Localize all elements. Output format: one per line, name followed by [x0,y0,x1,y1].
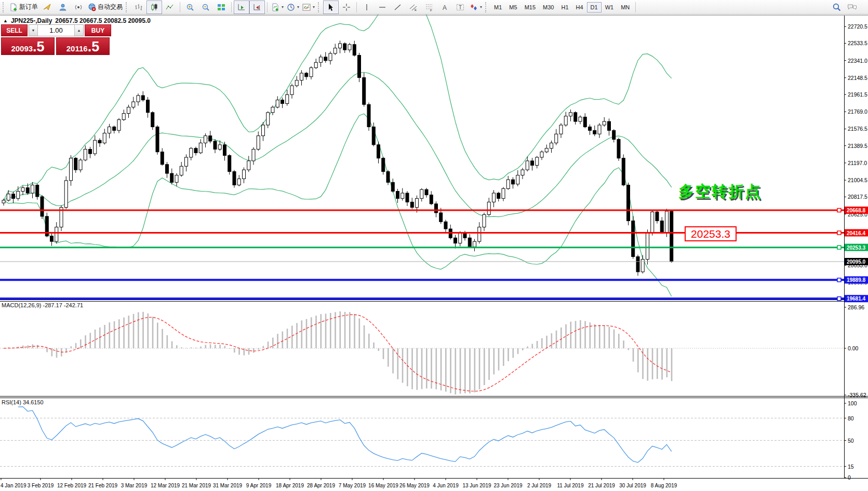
macd-histogram-bar [128,316,130,348]
search-button[interactable] [829,1,844,14]
rsi-line [18,407,672,462]
candle-body [209,136,212,141]
date-axis-label[interactable]: 26 May 2019 [399,483,430,488]
new-order-button[interactable]: 新订单 [8,1,39,14]
macd-histogram-bar [666,348,668,377]
volume-input[interactable]: 1.00 [38,25,74,36]
macd-histogram-bar [637,348,639,372]
timeframe-mn[interactable]: MN [617,2,633,12]
candle-body [444,222,447,229]
macd-histogram-bar [114,321,115,348]
chart-shift-button[interactable] [249,1,265,14]
date-axis-label[interactable]: 12 Mar 2019 [151,483,180,488]
date-axis-label[interactable]: 7 May 2019 [339,483,366,488]
vertical-line-tool-button[interactable] [359,1,375,14]
price-annotation-box[interactable]: 20253.3 [685,226,737,241]
candlestick-chart-button[interactable] [146,1,162,14]
sell-price-fraction: .5 [33,39,45,54]
cursor-tool-button[interactable] [323,1,339,14]
zoom-in-button[interactable] [182,1,198,14]
equidistant-channel-tool-button[interactable]: E [406,1,421,14]
date-axis-label[interactable]: 21 Jul 2019 [588,483,615,488]
date-axis-label[interactable]: 28 Apr 2019 [307,483,335,488]
signals-button[interactable] [71,1,86,14]
volume-decrease-button[interactable]: ▼ [29,25,38,36]
date-axis-label[interactable]: 4 Jun 2019 [433,483,459,488]
auto-scroll-button[interactable] [234,1,249,14]
macd-histogram-bar [22,346,24,348]
toolbar-grip[interactable] [126,2,129,12]
date-axis-label[interactable]: 18 Apr 2019 [276,483,304,488]
chat-button[interactable] [844,1,860,14]
date-axis-label[interactable]: 2 Jul 2019 [527,483,552,488]
toolbar-grip[interactable] [318,2,322,12]
gold-dart-button[interactable] [39,1,55,14]
trendline-tool-button[interactable] [390,1,406,14]
rsi-axis-tick: 80 [848,415,854,421]
timeframe-d1[interactable]: D1 [587,2,602,12]
candle-body [194,148,197,153]
chart-canvas[interactable]: 22720.522533.522341.022148.521961.521769… [0,0,868,491]
candle-body [314,62,317,67]
timeframe-m5[interactable]: M5 [505,2,520,12]
text-tool-button[interactable]: A [437,1,452,14]
timeframe-w1[interactable]: W1 [602,2,618,12]
price-level-marker[interactable] [837,231,841,235]
candle-body [478,227,481,242]
arrows-tool-button[interactable]: ▾ [468,1,484,14]
candle-body [459,233,462,243]
sell-price-tile[interactable]: 20093 .5 [1,37,55,55]
date-axis-label[interactable]: 3 Mar 2019 [121,483,148,488]
volume-increase-button[interactable]: ▲ [74,25,83,36]
price-level-marker[interactable] [837,297,841,301]
date-axis-label[interactable]: 13 Jun 2019 [462,483,491,488]
macd-histogram-bar [623,340,624,348]
date-axis-label[interactable]: 9 Apr 2019 [246,483,272,488]
turning-point-annotation[interactable]: 多空转折点 [678,181,762,202]
periods-button[interactable]: ▾ [285,1,301,14]
sell-button[interactable]: SELL [1,24,28,36]
macd-histogram-bar [541,338,543,348]
templates-button[interactable]: ▾ [301,1,316,14]
timeframe-h1[interactable]: H1 [557,2,572,12]
toolbar-grip[interactable] [485,2,489,12]
timeframe-h4[interactable]: H4 [572,2,587,12]
indicators-button[interactable]: ▾ [270,1,285,14]
date-axis-label[interactable]: 12 Feb 2019 [57,483,87,488]
buy-button[interactable]: BUY [85,24,111,36]
price-level-marker[interactable] [837,246,841,249]
date-axis-label[interactable]: 16 May 2019 [368,483,398,488]
date-axis-label[interactable]: 3 Feb 2019 [28,483,54,488]
buy-price-tile[interactable]: 20116 .5 [56,37,110,55]
timeframe-m30[interactable]: M30 [539,2,557,12]
macd-histogram-bar [219,345,221,348]
autotrading-label: 自动交易 [98,3,123,11]
zoom-out-button[interactable] [198,1,213,14]
bar-chart-button[interactable] [131,1,146,14]
line-chart-button[interactable] [162,1,178,14]
price-level-marker[interactable] [837,278,841,282]
tile-windows-button[interactable] [213,1,229,14]
fibonacci-tool-button[interactable]: F [421,1,437,14]
text-label-tool-button[interactable]: T [452,1,468,14]
one-click-collapse-toggle[interactable]: ▲ [3,18,8,23]
horizontal-line-tool-button[interactable] [375,1,390,14]
date-axis-label[interactable]: 30 Jul 2019 [619,483,646,488]
date-axis-label[interactable]: 11 Jul 2019 [557,483,584,488]
date-axis-label[interactable]: 4 Jan 2019 [1,483,26,488]
macd-histogram-bar [291,326,293,348]
community-button[interactable] [55,1,71,14]
price-level-marker[interactable] [837,209,841,212]
macd-histogram-bar [364,325,365,348]
date-axis-label[interactable]: 23 Jun 2019 [493,483,522,488]
autotrading-button[interactable]: 自动交易 [86,1,124,14]
timeframe-m15[interactable]: M15 [521,2,539,12]
date-axis-label[interactable]: 8 Aug 2019 [651,483,677,488]
toolbar-grip[interactable] [3,2,6,12]
crosshair-tool-button[interactable] [339,1,354,14]
date-axis-label[interactable]: 31 Mar 2019 [213,483,243,488]
chat-icon [847,3,857,11]
date-axis-label[interactable]: 21 Mar 2019 [182,483,211,488]
date-axis-label[interactable]: 21 Feb 2019 [88,483,118,488]
timeframe-m1[interactable]: M1 [490,2,505,12]
